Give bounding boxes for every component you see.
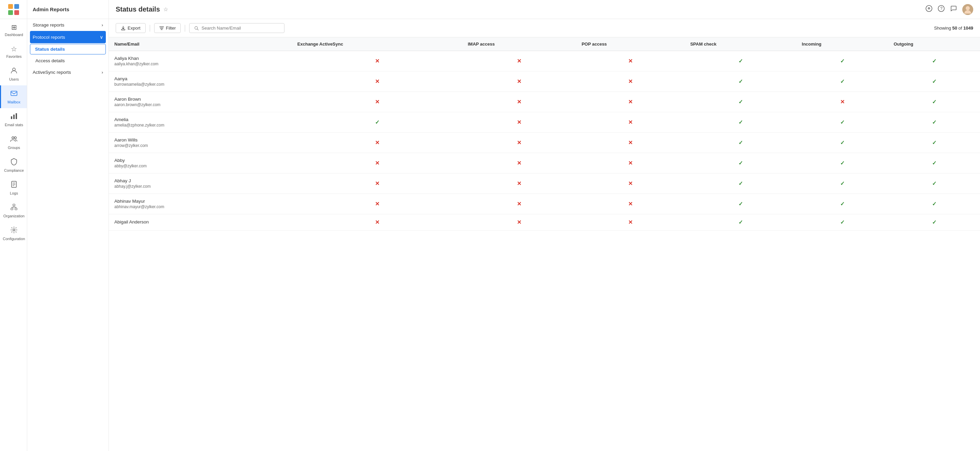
cell-incoming: ✓ — [796, 71, 888, 92]
check-icon: ✓ — [932, 99, 937, 105]
cross-icon: ✕ — [375, 201, 379, 207]
user-name: Aaliya Khan — [115, 56, 286, 61]
svg-line-29 — [197, 29, 198, 30]
main-content: Status details ☆ ? — [109, 0, 980, 451]
search-box[interactable] — [189, 23, 285, 33]
filter-icon — [159, 26, 164, 30]
sidebar-item-mailbox[interactable]: Mailbox — [0, 85, 27, 108]
app-logo — [0, 0, 27, 19]
svg-rect-15 — [13, 204, 15, 206]
sidebar-item-favorites[interactable]: ☆ Favorites — [0, 41, 27, 63]
check-icon: ✓ — [738, 119, 743, 125]
cell-eas: ✕ — [292, 214, 463, 230]
user-email: abby@zylker.com — [115, 164, 286, 168]
activesync-reports-arrow: › — [102, 70, 103, 75]
cross-icon: ✕ — [517, 119, 521, 125]
cell-outgoing: ✓ — [888, 51, 980, 71]
dashboard-icon: ⊞ — [11, 23, 17, 31]
cross-icon: ✕ — [517, 181, 521, 186]
cross-icon: ✕ — [517, 99, 521, 105]
cross-icon: ✕ — [517, 140, 521, 146]
top-bar-left: Status details ☆ — [116, 5, 168, 13]
user-email: aaron.brown@zylker.com — [115, 102, 286, 107]
cell-spam: ✓ — [685, 112, 796, 133]
sidebar-protocol-reports[interactable]: Protocol reports ∨ — [30, 31, 106, 43]
user-email: abhay.j@zylker.com — [115, 184, 286, 189]
check-icon: ✓ — [840, 201, 845, 207]
storage-reports-label: Storage reports — [33, 22, 64, 27]
check-icon: ✓ — [738, 79, 743, 84]
cell-eas: ✕ — [292, 194, 463, 214]
search-icon — [194, 26, 199, 30]
favorites-label: Favorites — [6, 54, 21, 59]
check-icon: ✓ — [932, 181, 937, 186]
svg-rect-2 — [8, 10, 13, 15]
sidebar-item-users[interactable]: Users — [0, 63, 27, 85]
sidebar-item-compliance[interactable]: Compliance — [0, 154, 27, 176]
user-name: Abigail Anderson — [115, 219, 286, 224]
email-stats-icon — [10, 112, 18, 121]
user-avatar[interactable] — [962, 4, 973, 15]
sidebar-title: Admin Reports — [27, 0, 108, 19]
cell-pop: ✕ — [576, 112, 685, 133]
check-icon: ✓ — [932, 79, 937, 84]
protocol-reports-label: Protocol reports — [33, 35, 65, 40]
sidebar-item-groups[interactable]: Groups — [0, 131, 27, 154]
user-name: Abhay J — [115, 178, 286, 183]
cell-user: Abhinav Mayurabhinav.mayur@zylker.com — [109, 194, 292, 214]
cross-icon: ✕ — [628, 99, 633, 105]
check-icon: ✓ — [840, 79, 845, 84]
check-icon: ✓ — [738, 99, 743, 105]
cell-imap: ✕ — [463, 173, 576, 194]
table-row: Abhay Jabhay.j@zylker.com✕✕✕✓✓✓ — [109, 173, 980, 194]
cell-spam: ✓ — [685, 153, 796, 173]
check-icon: ✓ — [840, 219, 845, 225]
cell-imap: ✕ — [463, 194, 576, 214]
sidebar-item-logs[interactable]: Logs — [0, 176, 27, 199]
showing-count: Showing 50 of 1049 — [934, 25, 973, 30]
sidebar-item-email-stats[interactable]: Email stats — [0, 108, 27, 131]
cell-user: Aaron Brownaaron.brown@zylker.com — [109, 92, 292, 112]
page-title: Status details — [116, 5, 160, 13]
cross-icon: ✕ — [840, 99, 845, 105]
cross-icon: ✕ — [517, 58, 521, 64]
check-icon: ✓ — [840, 140, 845, 146]
mailbox-icon — [10, 89, 18, 98]
sidebar-status-details[interactable]: Status details — [30, 44, 106, 54]
help-icon[interactable]: ? — [938, 5, 945, 14]
cell-spam: ✓ — [685, 92, 796, 112]
cross-icon: ✕ — [628, 219, 633, 225]
table-row: Aaron Willsarrow@zylker.com✕✕✕✓✓✓ — [109, 133, 980, 153]
table-row: Ameliaamelia@zphone.zylker.com✓✕✕✓✓✓ — [109, 112, 980, 133]
export-button[interactable]: Export — [116, 23, 146, 33]
sidebar-activesync-reports[interactable]: ActiveSync reports › — [27, 66, 108, 78]
sidebar-item-configuration[interactable]: Configuration — [0, 222, 27, 245]
check-icon: ✓ — [840, 181, 845, 186]
filter-button[interactable]: Filter — [154, 23, 181, 33]
sidebar-access-details[interactable]: Access details — [27, 55, 108, 66]
upload-icon[interactable] — [926, 5, 932, 14]
cell-eas: ✕ — [292, 92, 463, 112]
check-icon: ✓ — [840, 119, 845, 125]
sidebar-storage-reports[interactable]: Storage reports › — [27, 19, 108, 31]
cell-imap: ✕ — [463, 92, 576, 112]
col-spam-check: SPAM check — [685, 37, 796, 51]
chat-icon[interactable] — [950, 5, 957, 14]
cell-pop: ✕ — [576, 173, 685, 194]
sidebar-item-organization[interactable]: Organization — [0, 199, 27, 222]
svg-text:?: ? — [940, 6, 943, 11]
favorite-star-icon[interactable]: ☆ — [163, 6, 168, 13]
check-icon: ✓ — [932, 140, 937, 146]
user-email: burrowsamelia@zylker.com — [115, 82, 286, 87]
search-input[interactable] — [202, 25, 279, 30]
sidebar-item-dashboard[interactable]: ⊞ Dashboard — [0, 19, 27, 41]
cell-eas: ✕ — [292, 133, 463, 153]
svg-rect-17 — [15, 208, 17, 210]
top-bar: Status details ☆ ? — [109, 0, 980, 19]
col-imap-access: IMAP access — [463, 37, 576, 51]
mailbox-label: Mailbox — [8, 100, 21, 104]
svg-point-22 — [13, 229, 15, 231]
cell-user: Aanyaburrowsamelia@zylker.com — [109, 71, 292, 92]
cell-user: Ameliaamelia@zphone.zylker.com — [109, 112, 292, 133]
cross-icon: ✕ — [628, 181, 633, 186]
